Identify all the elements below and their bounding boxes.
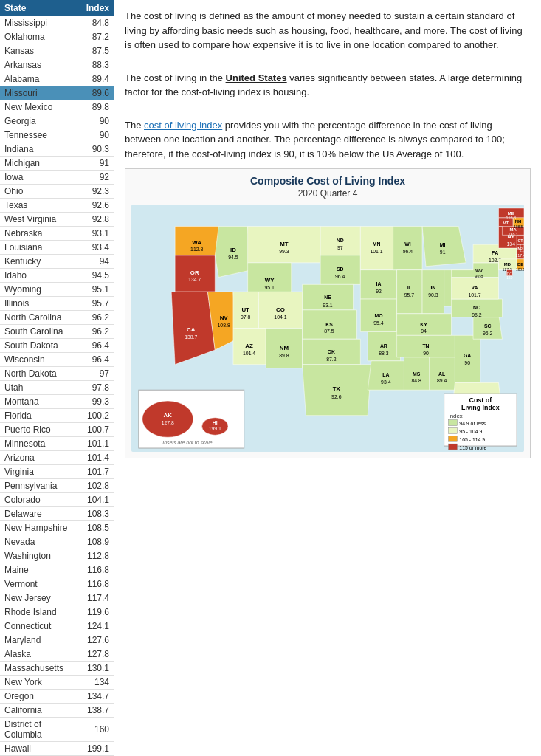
svg-text:108.5: 108.5 — [514, 225, 523, 229]
table-cell-state: North Dakota — [0, 367, 82, 381]
table-row: Mississippi84.8 — [0, 16, 114, 30]
table-row: Pennsylvania102.8 — [0, 479, 114, 493]
svg-text:NM: NM — [280, 345, 289, 351]
table-row: Vermont116.8 — [0, 577, 114, 591]
table-row: Rhode Island119.6 — [0, 605, 114, 619]
table-row: South Carolina96.2 — [0, 325, 114, 339]
table-row: Washington112.8 — [0, 549, 114, 563]
map-title: Composite Cost of Living Index — [131, 175, 524, 187]
svg-text:AZ: AZ — [245, 343, 253, 349]
svg-text:CO: CO — [276, 306, 285, 313]
table-cell-index: 130.1 — [82, 662, 114, 676]
table-cell-index: 112.8 — [82, 549, 114, 563]
table-cell-index: 100.2 — [82, 409, 114, 423]
table-cell-index: 95.1 — [82, 283, 114, 297]
table-body: Mississippi84.8Oklahoma87.2Kansas87.5Ark… — [0, 16, 114, 756]
svg-text:SC: SC — [484, 323, 492, 329]
table-row: Michigan91 — [0, 157, 114, 171]
svg-text:96.2: 96.2 — [472, 312, 482, 317]
table-row: California138.7 — [0, 704, 114, 718]
table-row: North Dakota97 — [0, 367, 114, 381]
table-cell-index: 89.6 — [82, 86, 114, 100]
svg-text:89.8: 89.8 — [279, 353, 289, 358]
svg-text:94.9 or less: 94.9 or less — [459, 421, 486, 426]
table-cell-index: 94.5 — [82, 269, 114, 283]
svg-text:Index: Index — [449, 413, 463, 419]
table-cell-index: 117.4 — [82, 591, 114, 605]
svg-marker-94 — [455, 335, 480, 382]
table-cell-index: 124.1 — [82, 619, 114, 633]
table-cell-index: 89.8 — [82, 100, 114, 114]
svg-text:HI: HI — [213, 420, 218, 425]
table-row: New Hampshire108.5 — [0, 521, 114, 535]
table-cell-index: 91 — [82, 157, 114, 171]
svg-text:92.8: 92.8 — [475, 274, 483, 278]
table-row: Oregon134.7 — [0, 690, 114, 704]
table-row: Arkansas88.3 — [0, 58, 114, 72]
table-row: Wyoming95.1 — [0, 283, 114, 297]
svg-text:116.8: 116.8 — [506, 216, 516, 220]
col-index-header: Index — [82, 0, 114, 16]
table-cell-state: Vermont — [0, 577, 82, 591]
table-row: Georgia90 — [0, 114, 114, 128]
svg-text:101.4: 101.4 — [243, 351, 255, 356]
svg-text:130.1: 130.1 — [508, 233, 518, 237]
table-row: Texas92.6 — [0, 199, 114, 213]
svg-rect-153 — [449, 436, 458, 441]
table-cell-state: Virginia — [0, 465, 82, 479]
table-cell-state: Hawaii — [0, 742, 82, 756]
table-row: District of Columbia160 — [0, 718, 114, 742]
table-cell-index: 108.5 — [82, 521, 114, 535]
table-cell-state: Florida — [0, 409, 82, 423]
table-row: Arizona101.4 — [0, 451, 114, 465]
svg-text:NE: NE — [324, 295, 331, 300]
table-cell-index: 97.8 — [82, 381, 114, 395]
svg-text:115 or more: 115 or more — [459, 445, 486, 450]
table-cell-state: North Carolina — [0, 311, 82, 325]
table-cell-state: Oklahoma — [0, 30, 82, 44]
table-cell-state: Kentucky — [0, 255, 82, 269]
table-cell-state: Alabama — [0, 72, 82, 86]
table-cell-state: Delaware — [0, 507, 82, 521]
para3-pre: The — [125, 120, 144, 131]
table-cell-state: New Jersey — [0, 591, 82, 605]
svg-text:VT: VT — [503, 221, 509, 225]
svg-text:94: 94 — [421, 329, 427, 334]
table-cell-state: Louisiana — [0, 241, 82, 255]
svg-text:OK: OK — [328, 349, 335, 354]
table-cell-state: Puerto Rico — [0, 423, 82, 437]
svg-text:93.1: 93.1 — [323, 303, 333, 308]
para2-pre: The cost of living in the — [125, 72, 226, 83]
main-container: State Index Mississippi84.8Oklahoma87.2K… — [0, 0, 541, 756]
table-row: Wisconsin96.4 — [0, 353, 114, 367]
table-cell-index: 127.8 — [82, 647, 114, 662]
table-row: Hawaii199.1 — [0, 742, 114, 756]
table-row: Maine116.8 — [0, 563, 114, 577]
state-table: State Index Mississippi84.8Oklahoma87.2K… — [0, 0, 114, 756]
table-cell-state: New Hampshire — [0, 521, 82, 535]
table-cell-index: 101.1 — [82, 437, 114, 451]
table-row: New York134 — [0, 676, 114, 690]
table-row: Virginia101.7 — [0, 465, 114, 479]
table-cell-state: Mississippi — [0, 16, 82, 30]
table-row: Illinois95.7 — [0, 297, 114, 311]
svg-text:VA: VA — [471, 285, 478, 290]
svg-text:105 - 114.9: 105 - 114.9 — [459, 437, 485, 442]
table-cell-state: West Virginia — [0, 213, 82, 227]
table-cell-state: New Mexico — [0, 100, 82, 114]
svg-text:NC: NC — [473, 305, 480, 310]
cost-of-living-link[interactable]: cost of living index — [144, 120, 222, 131]
table-cell-index: 90 — [82, 114, 114, 128]
svg-text:108.8: 108.8 — [218, 323, 230, 328]
svg-text:AR: AR — [380, 343, 387, 348]
table-row: Utah97.8 — [0, 381, 114, 395]
table-cell-index: 101.4 — [82, 451, 114, 465]
table-row: Alabama89.4 — [0, 72, 114, 86]
table-cell-state: Michigan — [0, 157, 82, 171]
table-cell-index: 96.4 — [82, 339, 114, 353]
left-table-container: State Index Mississippi84.8Oklahoma87.2K… — [0, 0, 114, 756]
svg-text:NH: NH — [515, 219, 522, 224]
table-cell-state: Oregon — [0, 690, 82, 704]
svg-text:112.8: 112.8 — [190, 247, 203, 252]
table-cell-state: Pennsylvania — [0, 479, 82, 493]
